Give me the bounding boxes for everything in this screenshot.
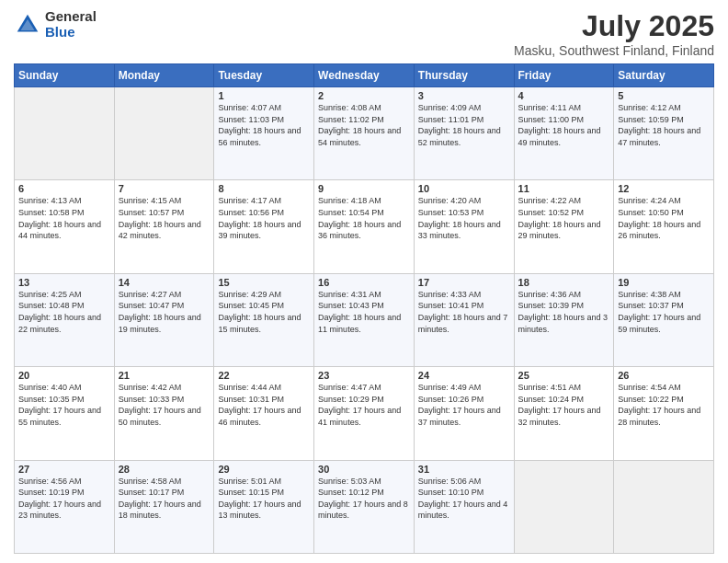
day-number: 17 — [418, 277, 510, 288]
day-number: 3 — [418, 90, 510, 101]
day-info: Sunrise: 4:31 AMSunset: 10:43 PMDaylight… — [318, 289, 410, 335]
calendar-cell: 17Sunrise: 4:33 AMSunset: 10:41 PMDaylig… — [414, 273, 514, 366]
calendar-cell — [114, 87, 214, 180]
day-info: Sunrise: 4:24 AMSunset: 10:50 PMDaylight… — [618, 195, 710, 241]
day-number: 14 — [119, 277, 210, 288]
calendar-cell: 14Sunrise: 4:27 AMSunset: 10:47 PMDaylig… — [114, 273, 214, 366]
calendar-cell: 2Sunrise: 4:08 AMSunset: 11:02 PMDayligh… — [314, 87, 415, 180]
day-info: Sunrise: 4:29 AMSunset: 10:45 PMDaylight… — [218, 289, 310, 335]
day-info: Sunrise: 4:22 AMSunset: 10:52 PMDaylight… — [518, 195, 610, 241]
calendar-cell: 10Sunrise: 4:20 AMSunset: 10:53 PMDaylig… — [414, 180, 514, 273]
calendar-cell: 24Sunrise: 4:49 AMSunset: 10:26 PMDaylig… — [414, 367, 514, 460]
weekday-header: Monday — [114, 64, 214, 87]
calendar-cell — [15, 87, 115, 180]
calendar-cell: 29Sunrise: 5:01 AMSunset: 10:15 PMDaylig… — [214, 460, 314, 553]
logo-blue-text: Blue — [45, 25, 97, 40]
day-number: 13 — [18, 277, 110, 288]
day-number: 27 — [18, 464, 110, 475]
calendar-week-row: 27Sunrise: 4:56 AMSunset: 10:19 PMDaylig… — [15, 460, 714, 553]
day-info: Sunrise: 4:58 AMSunset: 10:17 PMDaylight… — [119, 476, 210, 522]
page: General Blue July 2025 Masku, Southwest … — [0, 0, 728, 563]
calendar-cell: 26Sunrise: 4:54 AMSunset: 10:22 PMDaylig… — [614, 367, 714, 460]
calendar-cell — [514, 460, 614, 553]
day-info: Sunrise: 4:38 AMSunset: 10:37 PMDaylight… — [618, 289, 710, 335]
calendar-cell: 7Sunrise: 4:15 AMSunset: 10:57 PMDayligh… — [114, 180, 214, 273]
calendar-cell: 27Sunrise: 4:56 AMSunset: 10:19 PMDaylig… — [15, 460, 115, 553]
day-number: 20 — [18, 370, 110, 381]
day-info: Sunrise: 5:06 AMSunset: 10:10 PMDaylight… — [418, 476, 510, 522]
day-info: Sunrise: 4:15 AMSunset: 10:57 PMDaylight… — [119, 195, 210, 241]
day-info: Sunrise: 5:01 AMSunset: 10:15 PMDaylight… — [218, 476, 310, 522]
calendar-cell: 18Sunrise: 4:36 AMSunset: 10:39 PMDaylig… — [514, 273, 614, 366]
day-number: 6 — [18, 183, 110, 194]
day-number: 26 — [618, 370, 710, 381]
day-number: 31 — [418, 464, 510, 475]
calendar-week-row: 13Sunrise: 4:25 AMSunset: 10:48 PMDaylig… — [15, 273, 714, 366]
calendar-cell: 8Sunrise: 4:17 AMSunset: 10:56 PMDayligh… — [214, 180, 314, 273]
subtitle: Masku, Southwest Finland, Finland — [514, 43, 714, 58]
calendar-cell: 1Sunrise: 4:07 AMSunset: 11:03 PMDayligh… — [214, 87, 314, 180]
day-info: Sunrise: 4:07 AMSunset: 11:03 PMDaylight… — [218, 102, 310, 148]
calendar-cell: 11Sunrise: 4:22 AMSunset: 10:52 PMDaylig… — [514, 180, 614, 273]
calendar-week-row: 1Sunrise: 4:07 AMSunset: 11:03 PMDayligh… — [15, 87, 714, 180]
day-number: 10 — [418, 183, 510, 194]
day-info: Sunrise: 4:42 AMSunset: 10:33 PMDaylight… — [119, 382, 210, 428]
calendar-cell: 28Sunrise: 4:58 AMSunset: 10:17 PMDaylig… — [114, 460, 214, 553]
day-number: 8 — [218, 183, 310, 194]
logo-general-text: General — [45, 9, 97, 25]
calendar-cell: 19Sunrise: 4:38 AMSunset: 10:37 PMDaylig… — [614, 273, 714, 366]
weekday-header: Thursday — [414, 64, 514, 87]
day-info: Sunrise: 4:56 AMSunset: 10:19 PMDaylight… — [18, 476, 110, 522]
day-number: 11 — [518, 183, 610, 194]
day-number: 29 — [218, 464, 310, 475]
day-info: Sunrise: 4:54 AMSunset: 10:22 PMDaylight… — [618, 382, 710, 428]
day-info: Sunrise: 4:13 AMSunset: 10:58 PMDaylight… — [18, 195, 110, 241]
day-info: Sunrise: 4:47 AMSunset: 10:29 PMDaylight… — [318, 382, 410, 428]
day-number: 2 — [318, 90, 410, 101]
day-info: Sunrise: 4:44 AMSunset: 10:31 PMDaylight… — [218, 382, 310, 428]
calendar-week-row: 20Sunrise: 4:40 AMSunset: 10:35 PMDaylig… — [15, 367, 714, 460]
day-number: 16 — [318, 277, 410, 288]
main-title: July 2025 — [514, 9, 714, 43]
day-info: Sunrise: 4:09 AMSunset: 11:01 PMDaylight… — [418, 102, 510, 148]
day-info: Sunrise: 4:49 AMSunset: 10:26 PMDaylight… — [418, 382, 510, 428]
day-info: Sunrise: 5:03 AMSunset: 10:12 PMDaylight… — [318, 476, 410, 522]
day-number: 19 — [618, 277, 710, 288]
day-number: 28 — [119, 464, 210, 475]
calendar-cell: 3Sunrise: 4:09 AMSunset: 11:01 PMDayligh… — [414, 87, 514, 180]
day-number: 18 — [518, 277, 610, 288]
logo: General Blue — [14, 9, 97, 40]
day-number: 24 — [418, 370, 510, 381]
day-info: Sunrise: 4:18 AMSunset: 10:54 PMDaylight… — [318, 195, 410, 241]
day-number: 15 — [218, 277, 310, 288]
day-info: Sunrise: 4:25 AMSunset: 10:48 PMDaylight… — [18, 289, 110, 335]
day-info: Sunrise: 4:08 AMSunset: 11:02 PMDaylight… — [318, 102, 410, 148]
calendar-cell: 20Sunrise: 4:40 AMSunset: 10:35 PMDaylig… — [15, 367, 115, 460]
title-block: July 2025 Masku, Southwest Finland, Finl… — [514, 9, 714, 58]
day-number: 21 — [119, 370, 210, 381]
calendar-cell: 16Sunrise: 4:31 AMSunset: 10:43 PMDaylig… — [314, 273, 415, 366]
calendar-cell: 22Sunrise: 4:44 AMSunset: 10:31 PMDaylig… — [214, 367, 314, 460]
calendar-cell: 5Sunrise: 4:12 AMSunset: 10:59 PMDayligh… — [614, 87, 714, 180]
day-info: Sunrise: 4:20 AMSunset: 10:53 PMDaylight… — [418, 195, 510, 241]
day-number: 22 — [218, 370, 310, 381]
day-info: Sunrise: 4:12 AMSunset: 10:59 PMDaylight… — [618, 102, 710, 148]
day-info: Sunrise: 4:36 AMSunset: 10:39 PMDaylight… — [518, 289, 610, 335]
logo-icon — [14, 11, 41, 39]
day-info: Sunrise: 4:40 AMSunset: 10:35 PMDaylight… — [18, 382, 110, 428]
day-info: Sunrise: 4:27 AMSunset: 10:47 PMDaylight… — [119, 289, 210, 335]
day-info: Sunrise: 4:51 AMSunset: 10:24 PMDaylight… — [518, 382, 610, 428]
calendar-cell — [614, 460, 714, 553]
day-number: 23 — [318, 370, 410, 381]
day-info: Sunrise: 4:17 AMSunset: 10:56 PMDaylight… — [218, 195, 310, 241]
calendar-cell: 23Sunrise: 4:47 AMSunset: 10:29 PMDaylig… — [314, 367, 415, 460]
calendar-cell: 31Sunrise: 5:06 AMSunset: 10:10 PMDaylig… — [414, 460, 514, 553]
weekday-header: Tuesday — [214, 64, 314, 87]
calendar-cell: 4Sunrise: 4:11 AMSunset: 11:00 PMDayligh… — [514, 87, 614, 180]
day-info: Sunrise: 4:11 AMSunset: 11:00 PMDaylight… — [518, 102, 610, 148]
day-number: 4 — [518, 90, 610, 101]
day-number: 1 — [218, 90, 310, 101]
calendar-header-row: SundayMondayTuesdayWednesdayThursdayFrid… — [15, 64, 714, 87]
weekday-header: Saturday — [614, 64, 714, 87]
calendar-cell: 6Sunrise: 4:13 AMSunset: 10:58 PMDayligh… — [15, 180, 115, 273]
